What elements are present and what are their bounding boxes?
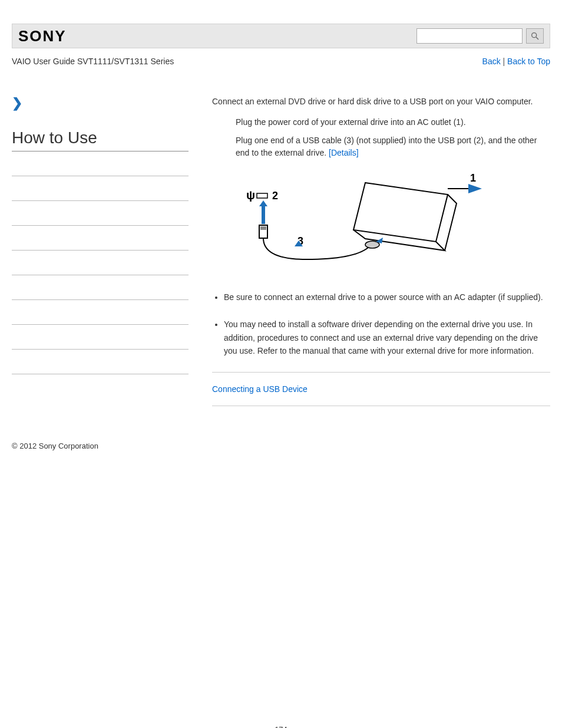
diagram-label-1: 1	[470, 172, 476, 184]
sidebar-item[interactable]	[12, 151, 189, 176]
details-link[interactable]: [Details]	[329, 148, 359, 157]
sidebar-item[interactable]	[12, 350, 189, 374]
main-content: Connect an external DVD drive or hard di…	[212, 95, 550, 418]
footer-copyright: © 2012 Sony Corporation	[12, 442, 550, 450]
related-topic-link[interactable]: Connecting a USB Device	[212, 384, 550, 394]
separator: |	[501, 57, 507, 66]
svg-point-11	[365, 241, 379, 248]
chevron-right-icon: ❯	[12, 95, 189, 111]
header-bar: SONY	[12, 24, 550, 48]
divider	[212, 372, 550, 373]
connection-diagram: 1 ψ 2 3	[236, 171, 550, 273]
note-item: You may need to install a software drive…	[224, 318, 550, 357]
search-input[interactable]	[416, 28, 523, 44]
divider	[212, 406, 550, 406]
sidebar-item[interactable]	[12, 201, 189, 226]
step-2-text: Plug one end of a USB cable (3) (not sup…	[236, 136, 537, 157]
diagram-label-2: 2	[272, 190, 278, 202]
guide-title: VAIO User Guide SVT1111/SVT1311 Series	[12, 57, 174, 66]
svg-marker-6	[259, 200, 267, 206]
notes-list: Be sure to connect an external drive to …	[212, 291, 550, 358]
svg-text:ψ: ψ	[246, 189, 255, 202]
note-item: Be sure to connect an external drive to …	[224, 291, 550, 304]
svg-rect-5	[257, 193, 267, 198]
step-1: Plug the power cord of your external dri…	[236, 116, 550, 129]
search-wrap	[416, 28, 544, 44]
sidebar-item[interactable]	[12, 251, 189, 275]
svg-point-0	[532, 33, 537, 38]
sidebar-item[interactable]	[12, 226, 189, 251]
search-icon	[530, 31, 540, 41]
search-button[interactable]	[526, 28, 544, 44]
sidebar: ❯ How to Use	[12, 95, 189, 418]
sidebar-item[interactable]	[12, 325, 189, 350]
back-to-top-link[interactable]: Back to Top	[507, 57, 550, 66]
sidebar-item[interactable]	[12, 275, 189, 300]
step-2: Plug one end of a USB cable (3) (not sup…	[236, 134, 550, 159]
back-link[interactable]: Back	[482, 57, 501, 66]
sidebar-title: How to Use	[12, 129, 189, 151]
svg-marker-3	[468, 184, 482, 193]
nav-links: Back | Back to Top	[482, 57, 550, 66]
sidebar-item[interactable]	[12, 300, 189, 325]
brand-logo: SONY	[18, 27, 67, 45]
sub-header: VAIO User Guide SVT1111/SVT1311 Series B…	[12, 57, 550, 66]
svg-rect-9	[260, 226, 266, 230]
intro-text: Connect an external DVD drive or hard di…	[212, 95, 550, 108]
page-number: 174	[0, 725, 562, 728]
svg-line-1	[536, 37, 538, 39]
sidebar-item[interactable]	[12, 176, 189, 201]
